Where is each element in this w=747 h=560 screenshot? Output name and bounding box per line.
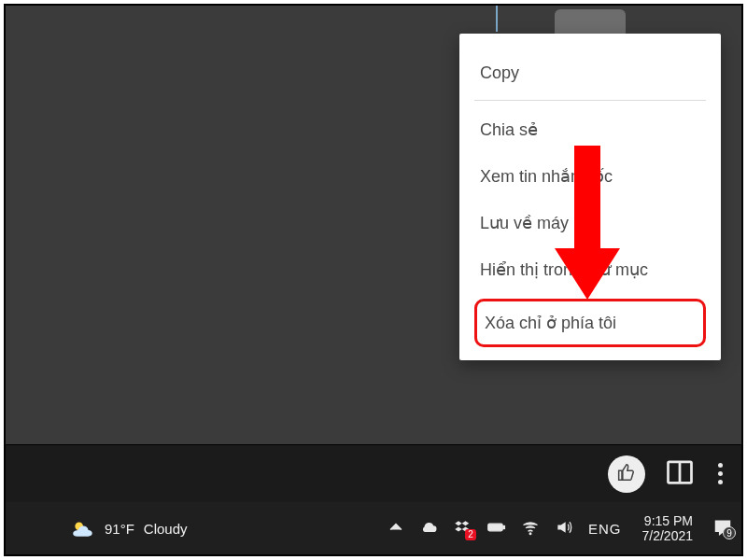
windows-taskbar: 91°F Cloudy 2	[6, 502, 741, 554]
more-dots-icon	[718, 463, 723, 468]
menu-item-share[interactable]: Chia sẻ	[474, 106, 706, 153]
dropbox-tray[interactable]: 2	[454, 519, 472, 538]
wifi-icon	[521, 518, 540, 539]
top-divider	[496, 6, 498, 32]
notification-count: 9	[723, 526, 736, 539]
dropbox-badge: 2	[465, 529, 476, 540]
svg-rect-3	[488, 524, 502, 531]
tray-overflow-button[interactable]	[387, 519, 405, 538]
thumbs-up-icon	[617, 463, 636, 485]
bottom-action-bar	[6, 444, 741, 502]
weather-icon	[71, 516, 95, 540]
battery-icon	[487, 518, 506, 539]
taskbar-clock[interactable]: 9:15 PM 7/2/2021	[637, 513, 699, 543]
panel-icon	[666, 458, 694, 490]
context-menu: Copy Chia sẻ Xem tin nhắn gốc Lưu về máy…	[459, 34, 721, 360]
clock-time: 9:15 PM	[642, 513, 694, 528]
weather-widget[interactable]: 91°F Cloudy	[6, 516, 188, 540]
svg-point-5	[529, 532, 531, 534]
like-button[interactable]	[608, 455, 645, 493]
svg-rect-4	[503, 525, 505, 528]
menu-item-copy[interactable]: Copy	[474, 50, 706, 96]
speaker-icon	[555, 518, 573, 539]
clock-date: 7/2/2021	[642, 528, 694, 543]
wifi-tray[interactable]	[521, 519, 540, 538]
menu-item-delete-for-me[interactable]: Xóa chỉ ở phía tôi	[474, 299, 706, 347]
menu-item-save[interactable]: Lưu về máy	[474, 200, 706, 246]
system-tray: 2 ENG 9:15 PM 7/2/2021	[387, 513, 741, 543]
selected-thumb[interactable]	[555, 9, 626, 35]
action-center-button[interactable]: 9	[713, 519, 732, 538]
cloud-icon	[420, 518, 439, 539]
menu-item-show-in-folder[interactable]: Hiển thị trong thư mục	[474, 246, 706, 293]
panel-layout-button[interactable]	[664, 458, 696, 490]
title-bar	[6, 6, 741, 34]
weather-temp: 91°F	[105, 521, 134, 537]
battery-tray[interactable]	[487, 519, 506, 538]
menu-separator	[474, 100, 706, 101]
onedrive-tray[interactable]	[420, 519, 439, 538]
app-frame: Copy Chia sẻ Xem tin nhắn gốc Lưu về máy…	[4, 4, 743, 556]
chevron-up-icon	[387, 518, 405, 539]
weather-condition: Cloudy	[144, 521, 188, 537]
more-button[interactable]	[714, 459, 726, 488]
sound-tray[interactable]	[555, 519, 573, 538]
language-indicator[interactable]: ENG	[588, 521, 622, 537]
menu-item-view-original[interactable]: Xem tin nhắn gốc	[474, 153, 706, 200]
